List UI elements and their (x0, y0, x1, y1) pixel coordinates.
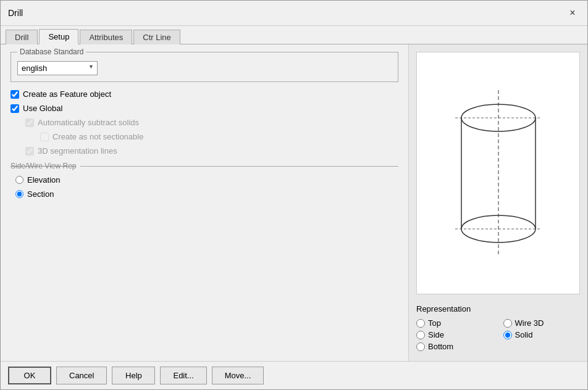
use-global-row[interactable]: Use Global (10, 104, 398, 113)
tabs-bar: Drill Setup Attributes Ctr Line (1, 26, 587, 44)
elevation-row[interactable]: Elevation (15, 175, 398, 185)
title-bar: Drill × (1, 1, 587, 26)
dialog-title: Drill (8, 8, 23, 18)
segmentation-row: 3D segmentation lines (25, 146, 398, 156)
rep-solid-radio[interactable] (503, 331, 512, 339)
rep-wire3d-label: Wire 3D (515, 318, 544, 328)
rep-side-row[interactable]: Side (416, 330, 494, 339)
footer: OK Cancel Help Edit... Move... (1, 361, 587, 389)
drill-preview-svg (449, 84, 548, 263)
create-feature-label: Create as Feature object (23, 89, 111, 99)
not-sectionable-row: Create as not sectionable (40, 132, 398, 141)
representation-title: Representation (416, 304, 580, 313)
use-global-label: Use Global (23, 104, 62, 113)
section-radio[interactable] (15, 190, 23, 198)
auto-subtract-label: Automatically subtract solids (38, 118, 139, 127)
rep-side-label: Side (428, 330, 444, 339)
rep-grid: Top Wire 3D Side Solid (416, 318, 580, 351)
rep-top-radio[interactable] (416, 319, 425, 328)
rep-bottom-radio[interactable] (416, 342, 425, 351)
create-feature-checkbox[interactable] (10, 90, 19, 99)
database-dropdown[interactable]: english metric (17, 61, 98, 75)
not-sectionable-checkbox (40, 133, 49, 141)
side-wire-line (80, 166, 399, 167)
rep-top-label: Top (428, 318, 441, 328)
drill-dialog: Drill × Drill Setup Attributes Ctr Line … (0, 0, 588, 390)
tab-setup[interactable]: Setup (39, 29, 78, 44)
left-panel: Database Standard english metric Create … (1, 44, 408, 361)
dialog-body: Database Standard english metric Create … (1, 44, 587, 361)
side-wire-divider: Side/Wire View Rep (10, 162, 398, 170)
elevation-radio[interactable] (15, 176, 23, 184)
rep-wire3d-row[interactable]: Wire 3D (503, 318, 581, 328)
rep-wire3d-radio[interactable] (503, 319, 512, 328)
segmentation-checkbox (25, 147, 34, 156)
section-label: Section (27, 189, 54, 199)
auto-subtract-checkbox (25, 118, 34, 127)
tab-drill[interactable]: Drill (6, 30, 38, 44)
ok-button[interactable]: OK (8, 367, 51, 384)
database-standard-legend: Database Standard (17, 48, 86, 56)
representation-section: Representation Top Wire 3D S (416, 302, 580, 354)
rep-bottom-row[interactable]: Bottom (416, 342, 494, 351)
move-button[interactable]: Move... (212, 367, 264, 384)
close-button[interactable]: × (565, 6, 580, 20)
not-sectionable-label: Create as not sectionable (52, 132, 143, 141)
rep-side-radio[interactable] (416, 331, 425, 339)
tab-ctr-line[interactable]: Ctr Line (133, 30, 180, 44)
preview-area (416, 52, 580, 294)
create-feature-row[interactable]: Create as Feature object (10, 89, 398, 99)
database-dropdown-wrapper[interactable]: english metric (17, 57, 98, 75)
edit-button[interactable]: Edit... (160, 367, 206, 384)
rep-solid-row[interactable]: Solid (503, 330, 581, 339)
database-standard-group: Database Standard english metric (10, 52, 398, 82)
cancel-button[interactable]: Cancel (56, 367, 107, 384)
tab-attributes[interactable]: Attributes (80, 30, 132, 44)
use-global-checkbox[interactable] (10, 104, 19, 113)
section-row[interactable]: Section (15, 189, 398, 199)
rep-top-row[interactable]: Top (416, 318, 494, 328)
rep-solid-label: Solid (515, 330, 533, 339)
elevation-label: Elevation (27, 175, 60, 185)
rep-bottom-label: Bottom (428, 342, 453, 351)
auto-subtract-row: Automatically subtract solids (25, 118, 398, 127)
segmentation-label: 3D segmentation lines (38, 146, 117, 156)
help-button[interactable]: Help (112, 367, 155, 384)
right-panel: Representation Top Wire 3D S (408, 44, 587, 361)
side-wire-label: Side/Wire View Rep (10, 162, 77, 170)
